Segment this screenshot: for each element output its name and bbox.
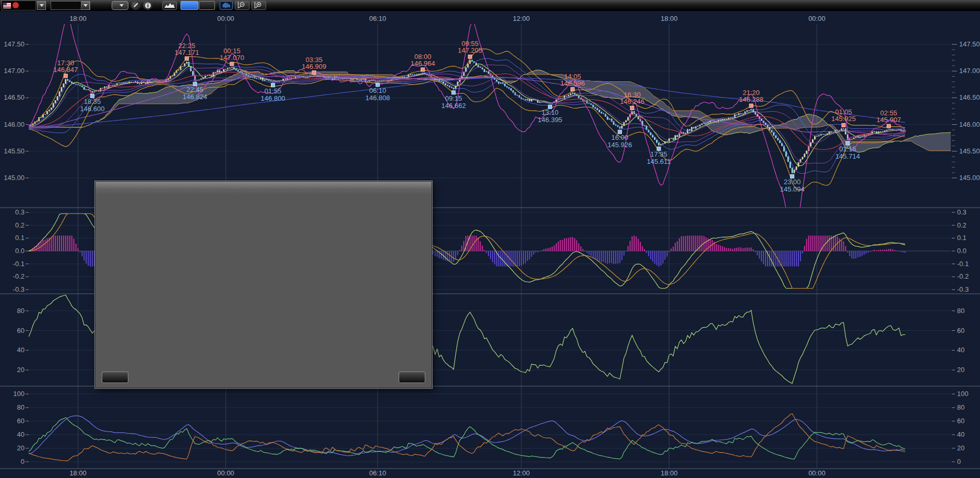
svg-text:146.50: 146.50 [4,93,25,101]
ask-toggle-button[interactable] [199,1,215,10]
svg-text:0.1: 0.1 [15,234,25,242]
dmi-layer [29,414,905,461]
svg-text:23:00: 23:00 [784,178,801,186]
chevron-down-icon [83,4,88,7]
pencil-icon [133,2,139,8]
currency-pair-dropdown-button[interactable] [37,1,46,10]
svg-text:147.205: 147.205 [458,46,482,54]
svg-text:06:10: 06:10 [369,469,386,477]
svg-text:-0.3: -0.3 [957,285,969,293]
svg-text:80: 80 [17,307,25,315]
svg-text:145.926: 145.926 [607,141,632,149]
svg-text:18:00: 18:00 [661,15,678,22]
toolbar [0,0,980,11]
zoom-in-icon [254,2,264,9]
draw-tool-button[interactable] [131,1,140,10]
info-icon [145,2,151,9]
mountain-chart-icon [164,3,175,8]
svg-text:60: 60 [957,327,964,334]
svg-text:146.964: 146.964 [411,59,435,67]
svg-text:100: 100 [13,390,25,398]
svg-text:00:00: 00:00 [217,469,234,477]
currency-pair-select[interactable] [2,1,36,10]
svg-text:146.596: 146.596 [560,79,585,87]
svg-text:18:00: 18:00 [69,469,87,477]
svg-text:60: 60 [17,417,25,425]
svg-text:00:00: 00:00 [808,15,826,22]
svg-text:00:00: 00:00 [808,469,826,477]
svg-text:12:00: 12:00 [513,469,530,477]
svg-text:80: 80 [957,403,964,411]
svg-text:146.00: 146.00 [959,121,980,128]
svg-text:147.50: 147.50 [4,40,25,48]
svg-text:0.3: 0.3 [15,208,25,216]
svg-text:18:00: 18:00 [661,469,678,477]
svg-text:22:45: 22:45 [186,86,204,93]
svg-text:17:35: 17:35 [650,150,667,158]
svg-text:12:00: 12:00 [513,15,530,22]
svg-text:147.00: 147.00 [959,67,980,75]
chevron-down-icon [119,4,124,7]
fx-chart-app: 18:0000:0006:1012:0018:0000:0018:0000:00… [0,0,980,478]
bid-toggle-button[interactable] [181,1,198,10]
svg-text:18:35: 18:35 [84,98,101,105]
chevron-down-icon [40,4,44,7]
technical-select-button[interactable] [112,1,128,10]
svg-text:40: 40 [17,346,25,354]
news-dialog [95,181,432,388]
svg-text:-0.1: -0.1 [13,260,25,268]
svg-text:-0.1: -0.1 [957,260,969,268]
zoom-out-icon [237,2,247,9]
svg-text:-0.3: -0.3 [13,285,25,293]
svg-text:145.50: 145.50 [959,147,980,155]
svg-text:60: 60 [17,327,25,334]
news-dialog-titlebar[interactable] [95,182,432,195]
us-flag-icon [3,3,11,8]
svg-text:146.395: 146.395 [538,116,563,124]
svg-text:01:55: 01:55 [265,87,282,95]
svg-text:146.824: 146.824 [183,93,207,101]
svg-text:146.600: 146.600 [80,105,104,113]
svg-text:145.00: 145.00 [4,174,25,182]
svg-text:-0.2: -0.2 [957,272,969,280]
svg-text:18:00: 18:00 [69,15,87,22]
svg-text:09:15: 09:15 [445,94,462,102]
svg-text:145.50: 145.50 [4,147,25,155]
older-news-button[interactable] [102,372,128,383]
zoom-out-button[interactable] [235,1,249,10]
dmi-axis: 100100808060604040202000 [13,390,968,465]
svg-text:01:15: 01:15 [839,145,856,153]
tick-chart-icon [222,2,231,8]
annotations-layer: 17:30146.84718:35146.60022:25147.17122:4… [53,40,901,193]
svg-text:-0.2: -0.2 [13,272,25,280]
info-button[interactable] [143,1,152,10]
svg-text:0.3: 0.3 [957,208,966,216]
svg-text:146.909: 146.909 [302,63,326,70]
chart-style-button[interactable] [162,1,177,10]
svg-text:80: 80 [957,307,964,315]
svg-text:16:00: 16:00 [612,134,629,141]
timeframe-dropdown-button[interactable] [81,1,90,10]
svg-text:146.246: 146.246 [620,98,644,105]
svg-text:20: 20 [17,444,25,452]
svg-text:146.662: 146.662 [441,102,466,110]
newer-news-button[interactable] [399,372,425,383]
svg-text:0.2: 0.2 [957,221,966,229]
svg-text:145.611: 145.611 [647,158,671,165]
svg-text:147.00: 147.00 [4,67,25,75]
svg-text:146.847: 146.847 [53,66,78,74]
svg-text:0.0: 0.0 [957,247,966,255]
svg-text:146.288: 146.288 [739,95,763,103]
svg-text:145.00: 145.00 [959,174,980,182]
svg-text:20: 20 [17,366,25,374]
svg-text:40: 40 [957,431,964,438]
zoom-in-button[interactable] [252,1,266,10]
svg-text:0.1: 0.1 [957,234,966,242]
svg-text:145.714: 145.714 [835,152,860,160]
svg-text:40: 40 [17,431,25,438]
svg-text:20: 20 [957,366,964,374]
timeframe-select[interactable] [51,1,90,10]
tick-chart-button[interactable] [220,1,233,10]
svg-text:20: 20 [957,444,964,452]
svg-text:145.907: 145.907 [877,116,901,124]
